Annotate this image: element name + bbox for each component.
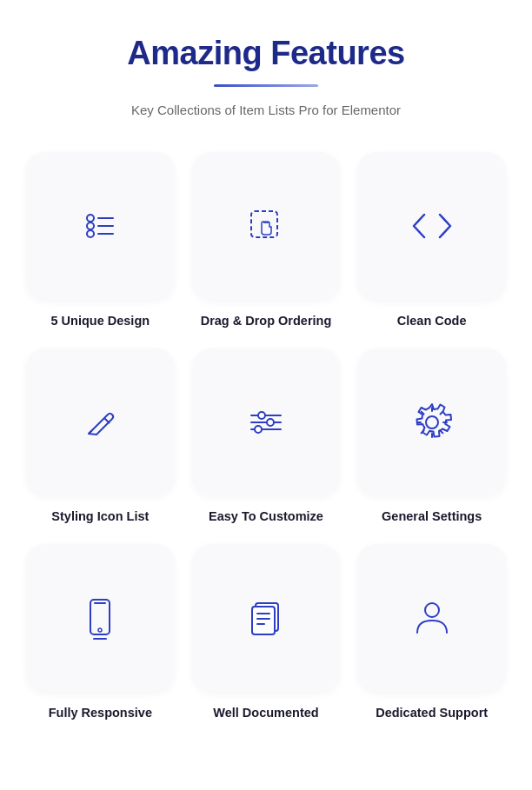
feature-card-documented — [192, 544, 341, 693]
feature-item-clean-code: Clean Code — [357, 152, 506, 329]
feature-item-unique-design: 5 Unique Design — [26, 152, 175, 329]
page-subtitle: Key Collections of Item Lists Pro for El… — [26, 103, 506, 117]
svg-rect-21 — [252, 607, 275, 634]
feature-label-responsive: Fully Responsive — [49, 705, 152, 721]
gear-icon — [402, 392, 462, 453]
docs-icon — [236, 588, 296, 648]
feature-card-drag-drop — [192, 152, 341, 301]
sliders-icon — [236, 392, 296, 453]
person-icon — [402, 588, 462, 648]
svg-point-10 — [258, 412, 265, 419]
feature-item-documented: Well Documented — [192, 544, 341, 721]
feature-item-drag-drop: Drag & Drop Ordering — [192, 152, 341, 329]
svg-line-7 — [104, 418, 110, 423]
feature-label-settings: General Settings — [382, 508, 482, 525]
svg-point-0 — [87, 215, 94, 222]
feature-item-customize: Easy To Customize — [192, 349, 341, 526]
feature-card-responsive — [26, 544, 175, 693]
header-section: Amazing Features Key Collections of Item… — [26, 35, 506, 143]
svg-point-12 — [267, 419, 274, 426]
drag-icon — [236, 196, 296, 256]
feature-card-settings — [357, 349, 506, 497]
feature-label-documented: Well Documented — [213, 705, 318, 721]
feature-item-settings: General Settings — [357, 349, 506, 526]
list-icon — [70, 196, 130, 256]
features-grid: 5 Unique Design Drag & Drop Ordering Cle… — [26, 152, 506, 721]
feature-label-drag-drop: Drag & Drop Ordering — [201, 313, 332, 329]
feature-item-styling: Styling Icon List — [26, 349, 175, 526]
svg-rect-6 — [251, 211, 277, 237]
svg-point-14 — [255, 426, 262, 433]
svg-rect-16 — [90, 600, 110, 634]
feature-label-unique-design: 5 Unique Design — [51, 313, 150, 329]
svg-point-15 — [426, 416, 438, 428]
feature-label-customize: Easy To Customize — [209, 508, 323, 525]
feature-label-styling: Styling Icon List — [51, 508, 149, 525]
svg-point-25 — [425, 603, 439, 617]
pencil-icon — [70, 392, 130, 453]
svg-point-2 — [87, 230, 94, 237]
feature-card-styling — [26, 349, 175, 497]
feature-card-clean-code — [357, 152, 506, 301]
feature-item-responsive: Fully Responsive — [26, 544, 175, 721]
feature-label-clean-code: Clean Code — [397, 313, 467, 329]
code-icon — [402, 196, 462, 256]
svg-point-1 — [87, 222, 94, 229]
feature-item-support: Dedicated Support — [357, 544, 506, 721]
svg-point-18 — [98, 628, 102, 632]
page-title: Amazing Features — [26, 35, 506, 72]
mobile-icon — [70, 588, 130, 648]
feature-label-support: Dedicated Support — [376, 705, 488, 721]
feature-card-unique-design — [26, 152, 175, 301]
title-underline — [214, 84, 318, 87]
feature-card-customize — [192, 349, 341, 497]
feature-card-support — [357, 544, 506, 693]
